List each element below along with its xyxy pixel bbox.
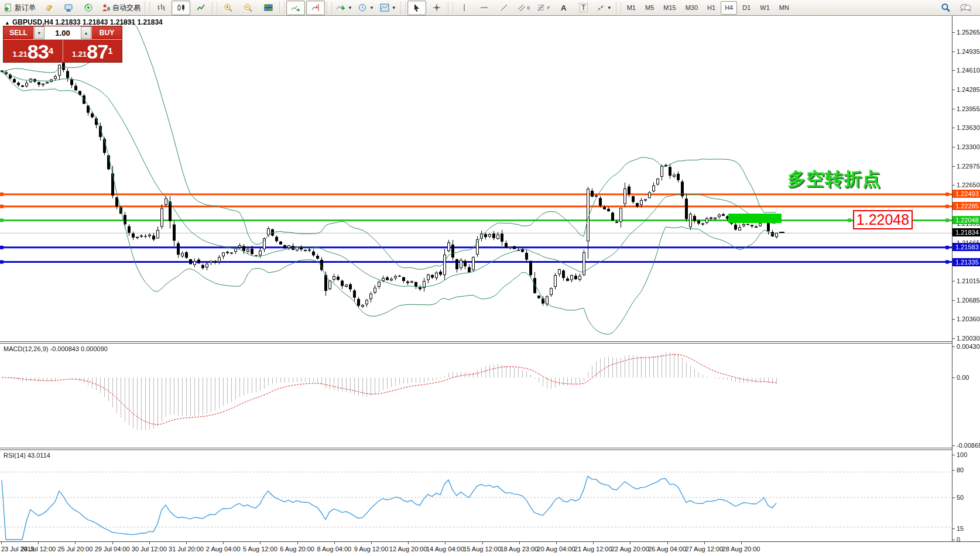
turning-point-annotation[interactable]: 多空转折点 <box>787 167 881 191</box>
label-tool-button[interactable]: T <box>574 1 593 15</box>
vline-tool-button[interactable] <box>455 1 474 15</box>
price-tag-1.21335: 1.21335 <box>952 258 980 266</box>
price-scale-tick: 1.22650 <box>952 181 980 188</box>
dropdown-arrow-icon: ▼ <box>607 5 612 11</box>
rsi-indicator-label: RSI(14) 43.0114 <box>4 452 50 459</box>
terminal-button[interactable] <box>59 1 78 15</box>
text-tool-button[interactable]: A <box>554 1 573 15</box>
time-axis-tick <box>186 542 187 544</box>
cursor-tool-button[interactable] <box>407 1 426 15</box>
timeframe-d1[interactable]: D1 <box>738 1 755 15</box>
price-scale-tick: 1.23955 <box>952 105 980 112</box>
dropdown-arrow-icon: ▼ <box>369 5 374 11</box>
search-icon <box>941 3 951 12</box>
templates-button[interactable]: ▼ <box>378 1 399 15</box>
timeframe-mn[interactable]: MN <box>775 1 793 15</box>
chat-icon <box>960 3 971 12</box>
trendline-icon <box>500 4 508 12</box>
rsi-scale-tick: 100 <box>952 451 980 458</box>
time-axis-tick <box>297 542 298 544</box>
sell-button[interactable]: SELL <box>4 26 34 39</box>
toolbar-separator <box>145 2 150 14</box>
new-order-button[interactable]: 新订单 <box>2 1 38 15</box>
chart-shift-button[interactable] <box>306 1 325 15</box>
clock-icon <box>358 4 367 12</box>
time-axis-tick <box>408 542 409 544</box>
time-axis-label: 29 Jul 04:00 <box>95 545 130 552</box>
price-tag-1.21834: 1.21834 <box>952 228 980 236</box>
timeframe-m1[interactable]: M1 <box>623 1 640 15</box>
equidistant-channel-icon <box>518 4 526 11</box>
macd-scale-tick: 0.00 <box>952 374 980 381</box>
trendline-tool-button[interactable] <box>495 1 513 15</box>
rsi-window-splitter[interactable] <box>0 448 980 450</box>
chart-symbol-header: ▲GBPUSD,H4 1.21833 1.21843 1.21831 1.218… <box>5 18 163 26</box>
time-axis-tick <box>38 542 39 544</box>
time-axis[interactable]: 23 Jul 201924 Jul 12:0025 Jul 20:0029 Ju… <box>0 541 980 556</box>
sell-price-big: 83 <box>28 43 49 60</box>
toolbar-separator <box>212 2 217 14</box>
time-axis-tick <box>482 542 483 544</box>
chat-button[interactable] <box>956 1 975 15</box>
auto-scroll-button[interactable] <box>286 1 305 15</box>
crosshair-tool-button[interactable] <box>427 1 446 15</box>
macd-subwindow[interactable] <box>0 343 952 448</box>
zoom-in-button[interactable] <box>219 1 238 15</box>
timeframe-m30[interactable]: M30 <box>681 1 702 15</box>
timeframe-m5[interactable]: M5 <box>641 1 658 15</box>
label-tool-icon: T <box>579 3 588 12</box>
price-label-box[interactable]: 1.22048 <box>853 210 913 229</box>
price-scale-tick: 1.21015 <box>952 277 980 284</box>
macd-window-splitter[interactable] <box>0 341 980 344</box>
sell-price[interactable]: 1.21834 <box>4 40 63 62</box>
dropdown-arrow-icon: ▼ <box>348 5 352 11</box>
autotrading-label: 自动交易 <box>112 3 141 13</box>
time-axis-tick <box>260 542 261 544</box>
candlestick-chart-button[interactable] <box>172 1 190 15</box>
time-axis-tick <box>223 542 224 544</box>
zoom-out-button[interactable] <box>239 1 258 15</box>
rsi-subwindow[interactable] <box>0 449 952 541</box>
signals-button[interactable] <box>79 1 98 15</box>
buy-price-big: 87 <box>87 43 108 60</box>
time-axis-label: 26 Aug 04:00 <box>648 545 686 552</box>
fibonacci-tool-button[interactable]: F <box>534 1 553 15</box>
buy-price[interactable]: 1.21871 <box>63 40 122 62</box>
time-axis-label: 18 Aug 23:00 <box>500 545 538 552</box>
volume-increase-button[interactable]: ▲ <box>81 26 91 39</box>
text-tool-icon: A <box>561 4 566 12</box>
arrows-icon <box>597 4 605 12</box>
time-axis-label: 12 Aug 20:00 <box>389 545 427 552</box>
hline-tool-button[interactable] <box>475 1 494 15</box>
bar-chart-button[interactable] <box>152 1 170 15</box>
buy-button[interactable]: BUY <box>91 26 122 39</box>
search-button[interactable] <box>936 1 955 15</box>
arrows-tool-button[interactable]: ▼ <box>594 1 614 15</box>
zoom-in-icon <box>224 4 233 12</box>
tile-windows-button[interactable] <box>259 1 277 15</box>
indicators-icon <box>336 4 345 12</box>
time-axis-label: 31 Jul 20:00 <box>169 545 204 552</box>
autotrading-button[interactable]: 自动交易 <box>99 1 143 15</box>
sell-price-prefix: 1.21 <box>13 49 28 60</box>
timeframe-m15[interactable]: M15 <box>659 1 680 15</box>
price-tag-1.21583: 1.21583 <box>952 243 980 251</box>
line-chart-button[interactable] <box>191 1 210 15</box>
volume-decrease-button[interactable]: ▼ <box>34 26 44 39</box>
time-axis-label: 25 Jul 20:00 <box>57 545 92 552</box>
price-tag-1.22285: 1.22285 <box>952 202 980 210</box>
indicators-button[interactable]: ▼ <box>334 1 355 15</box>
channel-tool-button[interactable]: E <box>515 1 533 15</box>
toolbar-separator <box>448 2 453 14</box>
styles-button[interactable] <box>39 1 58 15</box>
one-click-trading-panel: SELL ▼ 1.00 ▲ BUY 1.21834 1.21871 <box>3 26 122 63</box>
autotrading-icon <box>101 4 111 12</box>
timeframe-w1[interactable]: W1 <box>756 1 774 15</box>
periods-button[interactable]: ▼ <box>356 1 376 15</box>
timeframe-h4[interactable]: H4 <box>721 1 737 15</box>
volume-value[interactable]: 1.00 <box>44 26 81 39</box>
timeframe-h1[interactable]: H1 <box>703 1 719 15</box>
bar-chart-icon <box>157 4 166 12</box>
price-tag-1.22493: 1.22493 <box>952 190 980 198</box>
collapse-panel-icon[interactable]: ▲ <box>5 20 10 26</box>
